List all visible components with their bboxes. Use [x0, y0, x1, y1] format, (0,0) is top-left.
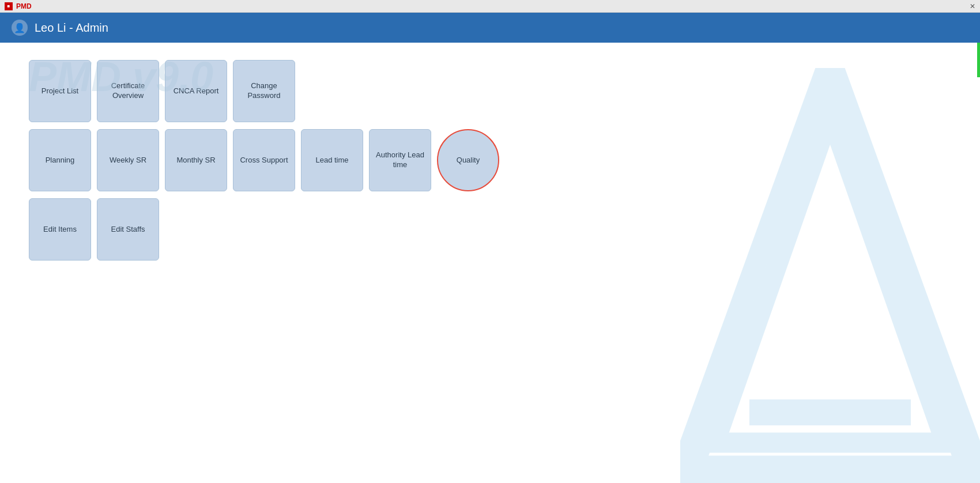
- nav-button-weekly-sr[interactable]: Weekly SR: [97, 129, 159, 191]
- nav-button-lead-time[interactable]: Lead time: [301, 129, 363, 191]
- nav-button-cross-support[interactable]: Cross Support: [233, 129, 295, 191]
- main-content: Project ListCertificate OverviewCNCA Rep…: [0, 43, 980, 285]
- nav-button-authority-lead-time[interactable]: Authority Lead time: [369, 129, 431, 191]
- nav-button-quality[interactable]: Quality: [437, 129, 499, 191]
- nav-button-monthly-sr[interactable]: Monthly SR: [165, 129, 227, 191]
- nav-button-cnca-report[interactable]: CNCA Report: [165, 60, 227, 122]
- button-row-2: Edit ItemsEdit Staffs: [29, 198, 951, 261]
- app-icon: ■: [5, 2, 13, 10]
- app-name-label: PMD: [16, 2, 32, 10]
- user-icon: 👤: [12, 20, 28, 36]
- nav-button-edit-staffs[interactable]: Edit Staffs: [97, 198, 159, 261]
- nav-button-change-password[interactable]: Change Password: [233, 60, 295, 122]
- title-bar: ■ PMD ✕: [0, 0, 980, 13]
- header-bar: 👤 Leo Li - Admin: [0, 13, 980, 43]
- app-title: ■ PMD: [5, 2, 32, 10]
- nav-button-edit-items[interactable]: Edit Items: [29, 198, 91, 261]
- nav-button-project-list[interactable]: Project List: [29, 60, 91, 122]
- button-row-0: Project ListCertificate OverviewCNCA Rep…: [29, 60, 951, 122]
- nav-button-planning[interactable]: Planning: [29, 129, 91, 191]
- close-button[interactable]: ✕: [970, 2, 975, 10]
- header-title: Leo Li - Admin: [35, 21, 108, 35]
- button-grid: Project ListCertificate OverviewCNCA Rep…: [29, 60, 951, 261]
- svg-rect-3: [749, 399, 911, 425]
- nav-button-certificate-overview[interactable]: Certificate Overview: [97, 60, 159, 122]
- button-row-1: PlanningWeekly SRMonthly SRCross Support…: [29, 129, 951, 191]
- svg-rect-1: [738, 391, 922, 431]
